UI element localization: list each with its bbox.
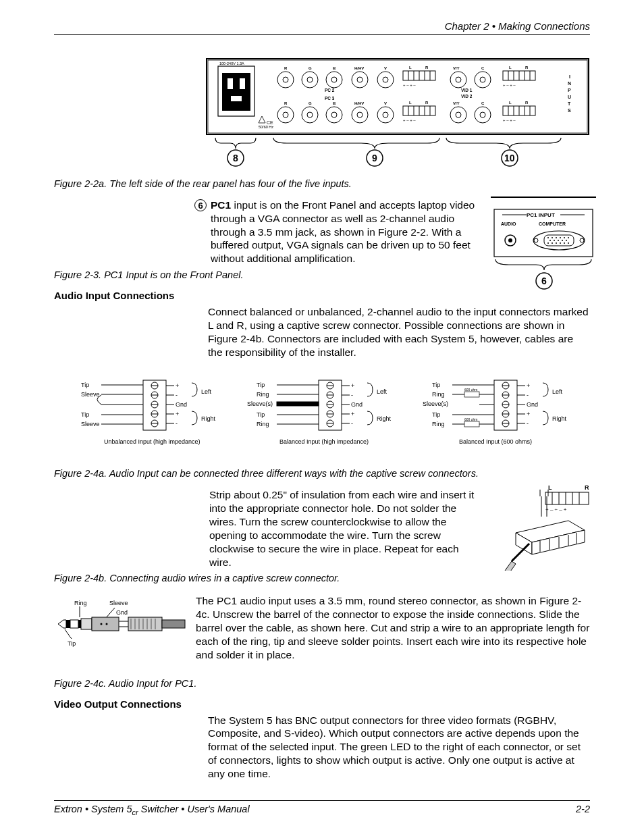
svg-text:R: R bbox=[425, 66, 429, 70]
svg-text:C: C bbox=[481, 66, 485, 70]
svg-point-117 bbox=[552, 237, 553, 238]
svg-text:Gnd: Gnd bbox=[116, 609, 128, 616]
rear-panel-diagram: 100-240V 1.3A 50/60 Hz CE R G B H/HV V bbox=[206, 58, 591, 172]
svg-rect-269 bbox=[78, 620, 81, 628]
svg-text:+ – + –: + – + – bbox=[503, 83, 516, 87]
svg-rect-272 bbox=[128, 617, 162, 631]
svg-point-63 bbox=[377, 107, 394, 123]
svg-text:V: V bbox=[384, 66, 387, 70]
svg-text:VID 1: VID 1 bbox=[461, 88, 473, 93]
svg-text:Sleeve: Sleeve bbox=[81, 391, 100, 398]
svg-text:+: + bbox=[351, 411, 354, 417]
svg-text:-: - bbox=[527, 392, 529, 398]
svg-point-129 bbox=[556, 242, 557, 244]
svg-text:L: L bbox=[509, 66, 512, 70]
svg-point-123 bbox=[554, 240, 555, 241]
svg-point-59 bbox=[326, 107, 342, 123]
para-video-out: The System 5 has BNC output connectors f… bbox=[208, 714, 590, 781]
svg-text:CE: CE bbox=[267, 120, 273, 125]
figure-2-4a-diagrams: TipSleeve TipSleeve +-Gnd +- LeftRight bbox=[54, 376, 587, 457]
svg-point-284 bbox=[106, 623, 108, 625]
svg-text:R: R bbox=[284, 66, 288, 70]
svg-point-128 bbox=[552, 242, 553, 244]
svg-text:Balanced Input (600 ohms): Balanced Input (600 ohms) bbox=[459, 438, 532, 445]
svg-text:H/HV: H/HV bbox=[354, 66, 364, 70]
svg-point-37 bbox=[475, 72, 491, 88]
svg-rect-270 bbox=[81, 619, 92, 629]
figure-2-4c-diagram: Ring Sleeve Gnd Tip bbox=[54, 598, 189, 652]
svg-text:R: R bbox=[284, 101, 288, 105]
svg-text:R: R bbox=[425, 101, 429, 105]
svg-rect-5 bbox=[240, 78, 245, 89]
svg-rect-6 bbox=[231, 96, 242, 101]
svg-text:L: L bbox=[548, 484, 552, 491]
pc1-front-panel-diagram: PC1 INPUT AUDIO COMPUTER 6 bbox=[490, 196, 597, 296]
heading-video-output: Video Output Connections bbox=[54, 698, 590, 710]
figure-2-2a: 100-240V 1.3A 50/60 Hz CE R G B H/HV V bbox=[54, 38, 590, 189]
pc1-rest: input is on the Front Panel and accepts … bbox=[211, 199, 475, 264]
svg-rect-271 bbox=[92, 617, 119, 631]
svg-point-132 bbox=[568, 242, 569, 244]
freq-label: 50/60 Hz bbox=[259, 125, 273, 129]
svg-rect-4 bbox=[227, 78, 233, 89]
svg-text:Gnd: Gnd bbox=[351, 401, 363, 408]
para-audio-intro: Connect balanced or unbalanced, 2-channe… bbox=[208, 305, 590, 359]
svg-point-18 bbox=[326, 72, 342, 88]
svg-text:600 ohm: 600 ohm bbox=[464, 388, 477, 392]
svg-text:Tip: Tip bbox=[81, 411, 89, 418]
svg-marker-259 bbox=[505, 561, 516, 571]
caption-2-2a: Figure 2-2a. The left side of the rear p… bbox=[54, 178, 590, 189]
svg-text:B: B bbox=[333, 66, 336, 70]
svg-text:Sleeve: Sleeve bbox=[81, 421, 100, 427]
svg-text:T: T bbox=[568, 101, 571, 106]
svg-text:V/Y: V/Y bbox=[453, 66, 460, 70]
svg-point-61 bbox=[352, 107, 368, 123]
page-number: 2-2 bbox=[576, 804, 590, 816]
svg-text:AUDIO: AUDIO bbox=[501, 221, 516, 226]
svg-text:Tip: Tip bbox=[432, 382, 440, 388]
svg-point-16 bbox=[302, 72, 318, 88]
svg-point-125 bbox=[562, 240, 563, 241]
svg-text:Tip: Tip bbox=[81, 382, 89, 388]
svg-text:Ring: Ring bbox=[257, 391, 269, 398]
svg-point-22 bbox=[377, 72, 394, 88]
svg-text:PC 2: PC 2 bbox=[325, 88, 335, 93]
svg-point-35 bbox=[450, 72, 466, 88]
figure-2-4b-diagram: L R + – ÷ – + bbox=[495, 483, 597, 571]
svg-text:-: - bbox=[527, 420, 529, 427]
svg-rect-3 bbox=[222, 73, 250, 111]
svg-text:Tip: Tip bbox=[68, 640, 76, 647]
svg-text:Gnd: Gnd bbox=[176, 401, 187, 408]
svg-text:+ – + –: + – + – bbox=[403, 83, 416, 87]
svg-text:R: R bbox=[525, 101, 529, 105]
svg-point-124 bbox=[558, 240, 559, 241]
svg-point-20 bbox=[352, 72, 368, 88]
svg-text:Right: Right bbox=[201, 415, 216, 422]
svg-text:Tip: Tip bbox=[432, 411, 440, 418]
svg-text:G: G bbox=[308, 101, 312, 105]
svg-text:V/Y: V/Y bbox=[453, 101, 460, 105]
svg-text:Right: Right bbox=[552, 415, 567, 422]
svg-text:-: - bbox=[176, 392, 178, 398]
svg-text:U: U bbox=[568, 95, 571, 99]
header-divider bbox=[54, 34, 590, 35]
svg-text:Sleeve(s): Sleeve(s) bbox=[247, 400, 273, 407]
svg-point-14 bbox=[277, 72, 294, 88]
svg-text:9: 9 bbox=[372, 153, 377, 163]
svg-text:N: N bbox=[568, 81, 571, 86]
svg-rect-267 bbox=[66, 620, 70, 628]
svg-text:10: 10 bbox=[504, 153, 515, 163]
svg-text:+ – + –: + – + – bbox=[403, 118, 416, 122]
svg-text:H/HV: H/HV bbox=[354, 101, 364, 105]
svg-text:VID 2: VID 2 bbox=[461, 94, 473, 99]
footer-title: Extron • System 5cr Switcher • User's Ma… bbox=[54, 804, 250, 816]
svg-text:+: + bbox=[527, 411, 530, 417]
svg-point-131 bbox=[564, 242, 565, 244]
svg-text:600 ohm: 600 ohm bbox=[464, 417, 477, 421]
svg-point-120 bbox=[564, 237, 565, 238]
svg-text:Tip: Tip bbox=[257, 411, 265, 418]
svg-text:Balanced Input (high impedance: Balanced Input (high impedance) bbox=[279, 438, 369, 445]
svg-rect-280 bbox=[162, 620, 185, 628]
svg-point-111 bbox=[508, 238, 512, 242]
svg-text:Left: Left bbox=[377, 388, 387, 395]
